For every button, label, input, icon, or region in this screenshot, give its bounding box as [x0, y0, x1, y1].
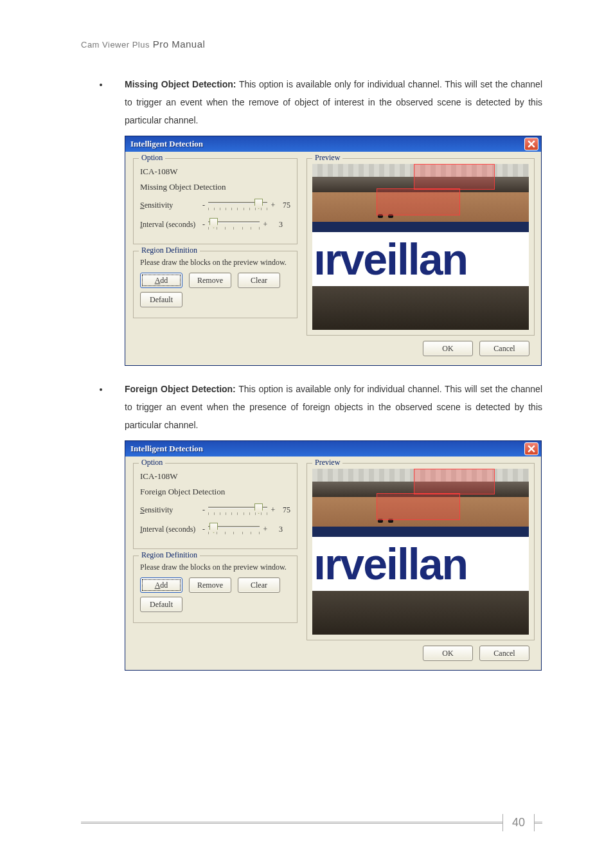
region-selection[interactable] — [377, 188, 460, 215]
sensitivity-slider[interactable] — [208, 199, 267, 212]
interval-row: Interval (seconds) - + 3 — [140, 523, 290, 536]
dialog-intelligent-detection-2: Intelligent Detection Option ICA-108W Fo… — [125, 440, 542, 671]
close-icon — [528, 140, 535, 148]
header-subtitle: Pro Manual — [153, 39, 206, 50]
region-group: Region Definition Please draw the blocks… — [133, 251, 298, 318]
preview-canvas[interactable]: ırveillan — [312, 469, 529, 635]
close-button[interactable] — [524, 442, 538, 455]
sensitivity-value: 75 — [279, 505, 290, 515]
add-button[interactable]: Add — [140, 577, 182, 593]
cancel-button[interactable]: Cancel — [479, 341, 529, 356]
plus-icon: + — [262, 220, 269, 230]
titlebar[interactable]: Intelligent Detection — [125, 441, 541, 457]
interval-value: 3 — [271, 525, 283, 534]
camera-name: ICA-108W — [140, 167, 290, 177]
preview-banner-text: ırveillan — [312, 537, 529, 591]
camera-name: ICA-108W — [140, 471, 290, 482]
bullet-title: Missing Object Detection: — [125, 79, 236, 89]
window-title: Intelligent Detection — [130, 444, 203, 454]
bullet-title: Foreign Object Detection: — [125, 384, 236, 394]
remove-button[interactable]: Remove — [189, 273, 231, 288]
preview-canvas[interactable]: ırveillan — [312, 164, 529, 330]
preview-group: Preview ırveillan — [306, 158, 535, 336]
preview-legend: Preview — [312, 153, 342, 163]
region-instruction: Please draw the blocks on the preview wi… — [140, 258, 290, 267]
clear-button[interactable]: Clear — [238, 273, 280, 288]
region-selection[interactable] — [414, 469, 495, 494]
close-button[interactable] — [524, 138, 538, 150]
plus-icon: + — [270, 505, 276, 515]
interval-slider[interactable] — [208, 218, 260, 231]
sensitivity-row: Sensitivity - + 75 — [140, 199, 290, 212]
bullet-foreign-object: Foreign Object Detection: This option is… — [109, 380, 542, 434]
page-footer: 40 — [81, 812, 542, 833]
interval-label: Interval (seconds) — [140, 525, 199, 534]
minus-icon: - — [202, 201, 206, 210]
page-header: Cam Viewer Plus Pro Manual — [81, 39, 542, 50]
detection-mode: Missing Object Detection — [140, 182, 290, 192]
region-group: Region Definition Please draw the blocks… — [133, 556, 298, 623]
region-instruction: Please draw the blocks on the preview wi… — [140, 563, 290, 572]
plus-icon: + — [270, 201, 276, 210]
interval-label: Interval (seconds) — [140, 220, 199, 230]
option-legend: Option — [139, 458, 165, 467]
remove-button[interactable]: Remove — [189, 577, 231, 593]
region-legend: Region Definition — [139, 246, 200, 255]
cancel-button[interactable]: Cancel — [479, 646, 529, 661]
region-selection[interactable] — [414, 164, 495, 190]
preview-legend: Preview — [312, 458, 342, 467]
minus-icon: - — [202, 505, 206, 515]
minus-icon: - — [202, 220, 206, 230]
preview-group: Preview ırveillan — [306, 463, 535, 640]
page-number: 40 — [502, 814, 535, 831]
ok-button[interactable]: OK — [423, 341, 473, 356]
option-legend: Option — [139, 153, 165, 163]
dialog-intelligent-detection-1: Intelligent Detection Option ICA-108W Mi… — [125, 136, 542, 366]
interval-value: 3 — [271, 220, 283, 230]
close-icon — [528, 445, 535, 453]
default-button[interactable]: Default — [140, 597, 182, 612]
interval-slider[interactable] — [208, 523, 260, 536]
preview-banner-text: ırveillan — [312, 232, 529, 286]
sensitivity-label: Sensitivity — [140, 505, 199, 515]
region-legend: Region Definition — [139, 550, 200, 560]
sensitivity-row: Sensitivity - + 75 — [140, 503, 290, 516]
bullet-missing-object: Missing Object Detection: This option is… — [109, 75, 542, 129]
interval-row: Interval (seconds) - + 3 — [140, 218, 290, 231]
titlebar[interactable]: Intelligent Detection — [125, 136, 541, 152]
window-title: Intelligent Detection — [130, 139, 203, 149]
option-group: Option ICA-108W Missing Object Detection… — [133, 158, 298, 244]
detection-mode: Foreign Object Detection — [140, 487, 290, 497]
header-product: Cam Viewer Plus — [81, 40, 150, 50]
ok-button[interactable]: OK — [423, 646, 473, 661]
clear-button[interactable]: Clear — [238, 577, 280, 593]
add-button[interactable]: Add — [140, 273, 182, 288]
sensitivity-label: Sensitivity — [140, 201, 199, 210]
option-group: Option ICA-108W Foreign Object Detection… — [133, 463, 298, 549]
default-button[interactable]: Default — [140, 292, 182, 307]
sensitivity-value: 75 — [279, 201, 290, 210]
plus-icon: + — [262, 525, 269, 534]
sensitivity-slider[interactable] — [208, 503, 267, 516]
region-selection[interactable] — [377, 493, 460, 520]
minus-icon: - — [202, 525, 206, 534]
